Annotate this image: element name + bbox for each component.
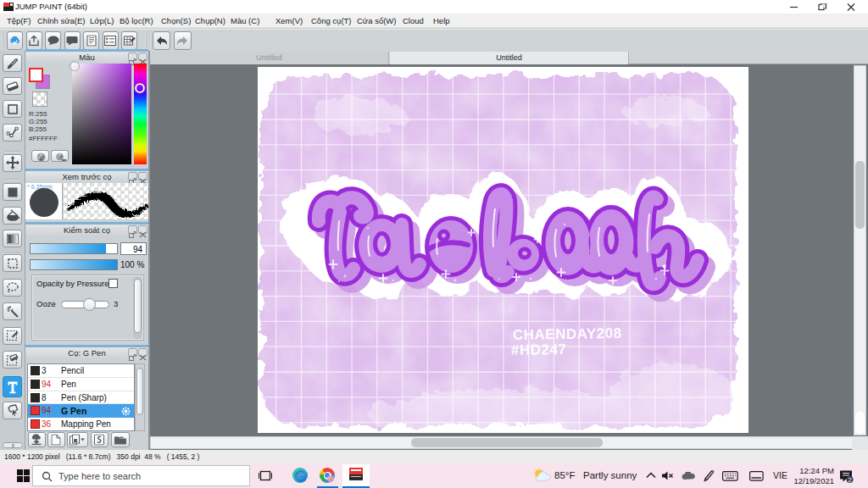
svg-text:CHAENDAY208: CHAENDAY208 <box>513 325 622 343</box>
svg-text:#HD247: #HD247 <box>511 341 567 358</box>
svg-text:2: 2 <box>848 476 851 483</box>
